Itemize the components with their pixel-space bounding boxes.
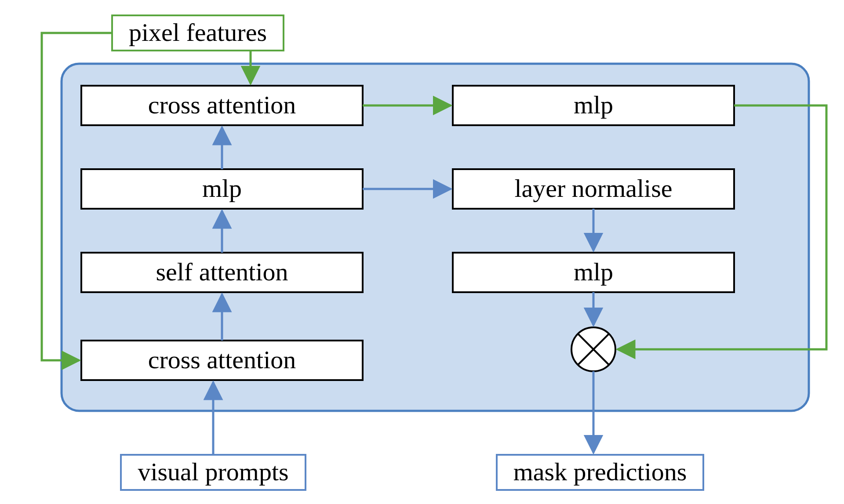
mask-predictions-label: mask predictions xyxy=(513,457,687,486)
mlp-left-box: mlp xyxy=(81,169,363,209)
mlp-top-right-box: mlp xyxy=(453,86,734,125)
mlp-left-label: mlp xyxy=(202,174,242,203)
self-attention-box: self attention xyxy=(81,253,363,292)
visual-prompts-box: visual prompts xyxy=(121,455,306,490)
layer-normalise-label: layer normalise xyxy=(514,174,672,203)
cross-attention-top-label: cross attention xyxy=(148,91,296,119)
visual-prompts-label: visual prompts xyxy=(138,457,288,486)
layer-normalise-box: layer normalise xyxy=(453,169,734,209)
cross-attention-bottom-box: cross attention xyxy=(81,341,363,380)
pixel-features-label: pixel features xyxy=(129,18,267,47)
mlp-right-box: mlp xyxy=(453,253,734,292)
architecture-diagram: pixel features cross attention mlp self … xyxy=(0,0,844,504)
pixel-features-box: pixel features xyxy=(112,15,284,51)
mlp-top-right-label: mlp xyxy=(574,91,613,119)
multiply-operator xyxy=(571,327,615,371)
self-attention-label: self attention xyxy=(156,257,288,286)
cross-attention-top-box: cross attention xyxy=(81,86,363,125)
cross-attention-bottom-label: cross attention xyxy=(148,345,296,374)
mlp-right-label: mlp xyxy=(574,257,613,286)
mask-predictions-box: mask predictions xyxy=(497,455,703,490)
